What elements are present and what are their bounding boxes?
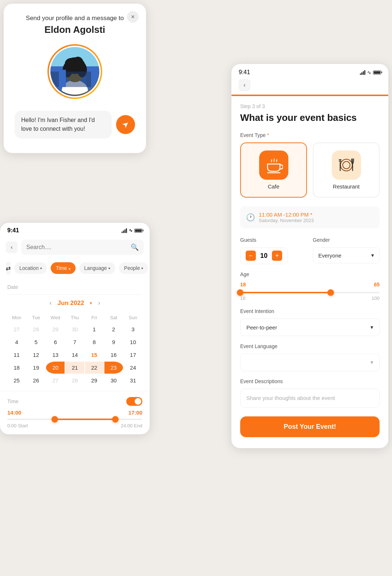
cal-day-range[interactable]: 22 — [85, 362, 104, 374]
cal-day[interactable]: 18 — [7, 362, 26, 374]
cal-day[interactable]: 5 — [27, 336, 45, 348]
cal-header-fri: Fri — [85, 313, 104, 323]
cal-day[interactable]: 30 — [104, 374, 123, 386]
svg-point-9 — [72, 57, 83, 69]
time-toggle[interactable] — [126, 397, 142, 406]
cal-day[interactable]: 26 — [27, 374, 45, 386]
age-slider-fill — [240, 292, 331, 293]
cal-day-range[interactable]: 21 — [65, 362, 84, 374]
cal-day[interactable]: 9 — [104, 336, 123, 348]
calendar-next-button[interactable]: › — [98, 299, 100, 307]
time-row: Time — [7, 397, 142, 406]
gender-chevron-icon: ▾ — [371, 252, 374, 259]
intention-chevron-icon: ▾ — [370, 324, 373, 331]
cal-day[interactable]: 3 — [124, 323, 142, 335]
signal-bars-icon — [122, 228, 127, 233]
cal-day[interactable]: 2 — [104, 323, 123, 335]
cal-day[interactable]: 13 — [46, 349, 65, 361]
language-dropdown[interactable]: ▾ — [240, 354, 380, 371]
cal-day-range-end[interactable]: 23 — [104, 362, 123, 374]
age-slider[interactable] — [240, 292, 380, 293]
svg-rect-14 — [91, 69, 99, 87]
gender-label: Gender — [313, 237, 380, 243]
message-bubble: Hello! I'm Ivan Fisher and I'd love to c… — [15, 111, 112, 138]
guests-increase-button[interactable]: + — [272, 251, 282, 261]
cal-day[interactable]: 11 — [7, 349, 26, 361]
cal-day[interactable]: 16 — [104, 349, 123, 361]
cal-day[interactable]: 30 — [65, 323, 84, 335]
avatar-container — [15, 44, 135, 99]
age-thumb-min[interactable] — [237, 289, 243, 296]
event-content: Step 3 of 3 What is your event basics Ev… — [231, 103, 388, 437]
cal-day[interactable]: 28 — [65, 374, 84, 386]
time-section: Time 14:00 17:00 0:00 Start 24:00 End — [0, 391, 150, 434]
location-chevron-icon: ▾ — [40, 266, 42, 270]
filter-people-chip[interactable]: People ▾ — [119, 262, 149, 274]
svg-rect-11 — [52, 73, 57, 87]
intention-dropdown[interactable]: Peer-to-peer ▾ — [240, 318, 380, 336]
cal-day-range-start[interactable]: 20 — [46, 362, 65, 374]
event-type-restaurant[interactable]: Restaurant — [313, 142, 380, 198]
cal-header-sat: Sat — [104, 313, 123, 323]
back-button[interactable]: ‹ — [6, 241, 18, 253]
cal-day[interactable]: 31 — [124, 374, 142, 386]
people-chevron-icon: ▾ — [141, 266, 143, 270]
cal-day[interactable]: 12 — [27, 349, 45, 361]
cal-day[interactable]: 19 — [27, 362, 45, 374]
close-button[interactable]: × — [127, 11, 139, 23]
datetime-row: 🕐 11:00 AM -12:00 PM * Saturday, Novembe… — [240, 206, 380, 228]
filter-location-chip[interactable]: Location ▾ — [14, 262, 47, 274]
time-slider-thumb-start[interactable] — [51, 416, 58, 423]
filter-settings-button[interactable]: ⇄ — [6, 262, 11, 275]
time-slider[interactable] — [7, 419, 142, 420]
cal-day[interactable]: 29 — [85, 374, 104, 386]
event-basics-panel: 9:41 ∿ ‹ Step 3 of 3 What is your event … — [231, 64, 388, 448]
age-range-ends: 18 100 — [240, 295, 380, 301]
event-type-label: Event Type * — [240, 132, 380, 138]
gender-select[interactable]: Everyone ▾ — [313, 247, 380, 263]
calendar-grid: Mon Tue Wed Thu Fri Sat Sun 27 28 29 30 … — [7, 313, 142, 386]
message-text: Hello! I'm Ivan Fisher and I'd love to c… — [21, 117, 95, 132]
status-icons: ∿ — [122, 228, 142, 233]
guest-count-value: 10 — [260, 252, 268, 260]
event-type-cafe[interactable]: Cafe — [240, 142, 307, 198]
cal-day[interactable]: 28 — [27, 323, 45, 335]
filter-time-chip[interactable]: Time ▴ — [51, 262, 76, 274]
cal-day[interactable]: 29 — [46, 323, 65, 335]
filters-row: ⇄ Location ▾ Time ▴ Language ▾ People ▾ … — [0, 258, 150, 278]
time-range-start: 0:00 Start — [7, 423, 28, 428]
cal-day[interactable]: 10 — [124, 336, 142, 348]
datetime-required: * — [310, 211, 312, 218]
cal-header-wed: Wed — [46, 313, 65, 323]
time-slider-thumb-end[interactable] — [112, 416, 119, 423]
calendar-prev-button[interactable]: ‹ — [50, 299, 52, 307]
cal-day[interactable]: 27 — [46, 374, 65, 386]
filter-language-chip[interactable]: Language ▾ — [79, 262, 115, 274]
cal-day[interactable]: 4 — [7, 336, 26, 348]
intention-value: Peer-to-peer — [246, 324, 277, 331]
svg-point-16 — [341, 159, 352, 171]
event-desc-field[interactable]: Share your thoughts about the event — [240, 389, 380, 408]
event-back-button[interactable]: ‹ — [239, 79, 250, 91]
age-thumb-max[interactable] — [327, 289, 334, 296]
post-event-button[interactable]: Post Your Event! — [240, 416, 380, 437]
cal-day[interactable]: 17 — [124, 349, 142, 361]
cal-day[interactable]: 1 — [85, 323, 104, 335]
cal-day[interactable]: 6 — [46, 336, 65, 348]
age-section: Age 18 65 18 100 — [240, 271, 380, 301]
search-input[interactable] — [26, 244, 128, 251]
cal-day[interactable]: 25 — [7, 374, 26, 386]
cal-day[interactable]: 7 — [65, 336, 84, 348]
cal-day[interactable]: 24 — [124, 362, 142, 374]
cal-day[interactable]: 27 — [7, 323, 26, 335]
guests-decrease-button[interactable]: − — [246, 251, 256, 261]
time-start-value: 14:00 — [7, 409, 21, 416]
send-button[interactable]: ➤ — [116, 115, 135, 134]
cal-day[interactable]: 8 — [85, 336, 104, 348]
cal-day[interactable]: 14 — [65, 349, 84, 361]
search-input-wrap[interactable]: 🔍 — [21, 240, 144, 255]
cal-day-today[interactable]: 15 — [85, 349, 104, 361]
cal-header-sun: Sun — [124, 313, 142, 323]
intention-label: Event Intention — [240, 308, 380, 314]
clock-icon: 🕐 — [246, 213, 255, 222]
